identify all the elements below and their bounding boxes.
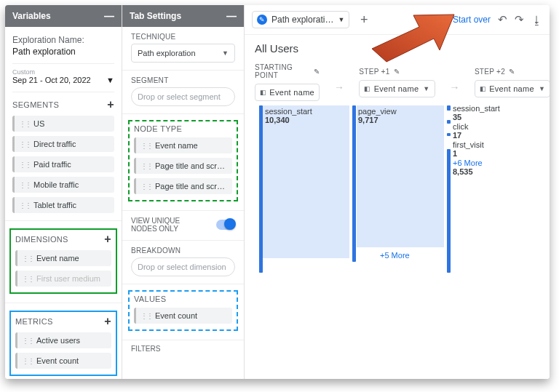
segment-chip[interactable]: ⋮⋮Mobile traffic xyxy=(12,177,114,193)
exploration-name-label: Exploration Name: xyxy=(12,34,114,46)
start-over-link[interactable]: Start over xyxy=(453,15,491,25)
show-more-link[interactable]: +6 More xyxy=(453,159,500,167)
node-name[interactable]: session_start xyxy=(265,107,312,116)
node-bar[interactable] xyxy=(259,105,263,273)
drag-icon: ⋮⋮ xyxy=(140,162,152,170)
flow-ribbon xyxy=(357,105,444,247)
main-canvas: ✎ Path explorati… ▼ + Start over ↶ ↷ ⭳ A… xyxy=(245,5,550,379)
download-button[interactable]: ⭳ xyxy=(531,14,542,26)
tab-name-label: Path explorati… xyxy=(271,15,333,25)
edit-icon[interactable]: ✎ xyxy=(509,68,515,76)
metric-chip[interactable]: ⋮⋮Active users xyxy=(15,332,111,348)
segment-drop-zone[interactable]: Drop or select segment xyxy=(131,87,235,106)
segment-chip[interactable]: ⋮⋮Direct traffic xyxy=(12,136,114,152)
drag-icon: ⋮⋮ xyxy=(19,120,31,128)
node-bar[interactable] xyxy=(447,120,451,124)
redo-button[interactable]: ↷ xyxy=(515,13,524,26)
chevron-down-icon: ▼ xyxy=(338,16,344,23)
segment-chip[interactable]: ⋮⋮Tablet traffic xyxy=(12,197,114,213)
step2-label: STEP +2 xyxy=(475,68,505,76)
chevron-down-icon: ▼ xyxy=(539,85,545,92)
node-count: 8,535 xyxy=(453,167,500,176)
flow-ribbon xyxy=(262,105,349,258)
add-metric-button[interactable]: + xyxy=(104,315,111,328)
values-highlight-box: VALUES ⋮⋮Event count xyxy=(128,290,238,331)
collapse-tab-settings-button[interactable]: — xyxy=(226,11,237,21)
drag-icon: ⋮⋮ xyxy=(22,275,33,283)
values-label: VALUES xyxy=(134,295,166,303)
segment-chip[interactable]: ⋮⋮Paid traffic xyxy=(12,156,114,172)
breakdown-label: BREAKDOWN xyxy=(122,241,244,257)
node-type-chip[interactable]: ⋮⋮Page title and scree… xyxy=(134,178,232,194)
add-dimension-button[interactable]: + xyxy=(104,233,111,246)
dimension-chip[interactable]: ⋮⋮Event name xyxy=(15,250,111,266)
drag-icon: ⋮⋮ xyxy=(19,181,31,189)
tab-settings-panel: Tab Settings — TECHNIQUE Path exploratio… xyxy=(122,5,245,379)
technique-select[interactable]: Path exploration ▼ xyxy=(131,44,235,63)
step1-value: Event name xyxy=(374,84,419,93)
step0-select[interactable]: ◧Event name xyxy=(255,84,320,101)
node-type-chip[interactable]: ⋮⋮Page title and scree… xyxy=(134,158,232,174)
undo-button[interactable]: ↶ xyxy=(498,13,507,26)
edit-icon[interactable]: ✎ xyxy=(314,68,320,76)
path-chart: session_start 10,340 page_view 9,717 +5 … xyxy=(255,105,542,324)
add-segment-button[interactable]: + xyxy=(107,98,114,111)
step0-value: Event name xyxy=(269,88,314,97)
edit-icon[interactable]: ✎ xyxy=(394,68,400,76)
exploration-tab[interactable]: ✎ Path explorati… ▼ xyxy=(252,11,349,28)
node-name[interactable]: click xyxy=(453,122,500,131)
variables-title: Variables xyxy=(12,11,51,21)
chevron-down-icon: ▼ xyxy=(423,85,429,92)
segment-section-label: SEGMENT xyxy=(122,71,244,87)
exploration-name-value[interactable]: Path exploration xyxy=(12,46,114,57)
drag-icon: ⋮⋮ xyxy=(22,255,33,263)
annotation-arrow xyxy=(368,5,456,63)
exploration-name-block: Exploration Name: Path exploration xyxy=(12,34,114,64)
metrics-label: METRICS xyxy=(15,317,53,326)
node-bar[interactable] xyxy=(447,133,451,136)
node-icon: ◧ xyxy=(260,89,266,96)
node-type-chip[interactable]: ⋮⋮Event name xyxy=(134,137,232,153)
node-bar[interactable] xyxy=(447,149,451,273)
show-more-link[interactable]: +5 More xyxy=(380,251,410,260)
dimensions-highlight-box: DIMENSIONS + ⋮⋮Event name ⋮⋮First user m… xyxy=(9,228,117,294)
unique-nodes-toggle[interactable] xyxy=(216,220,235,230)
node-name[interactable]: session_start xyxy=(453,104,500,113)
node-name[interactable]: page_view xyxy=(358,107,397,116)
node-bar[interactable] xyxy=(447,105,451,111)
node-icon: ◧ xyxy=(480,85,486,92)
drag-icon: ⋮⋮ xyxy=(19,161,31,169)
node-icon: ◧ xyxy=(364,85,370,92)
values-chip[interactable]: ⋮⋮Event count xyxy=(134,308,232,324)
node-count: 1 xyxy=(453,149,500,158)
collapse-variables-button[interactable]: — xyxy=(104,11,114,21)
node-bar[interactable] xyxy=(352,105,356,262)
breakdown-drop-zone[interactable]: Drop or select dimension xyxy=(131,257,235,276)
starting-point-label: STARTING POINT xyxy=(255,63,310,79)
filters-label: FILTERS xyxy=(122,340,244,357)
drag-icon: ⋮⋮ xyxy=(19,140,31,148)
metric-chip[interactable]: ⋮⋮Event count xyxy=(15,353,111,369)
edit-icon: ✎ xyxy=(257,15,267,25)
dimension-chip[interactable]: ⋮⋮First user medium xyxy=(15,271,111,287)
drag-icon: ⋮⋮ xyxy=(19,201,31,209)
node-type-label: NODE TYPE xyxy=(134,124,182,133)
date-range-picker[interactable]: Sep 21 - Oct 20, 2022 ▼ xyxy=(12,76,114,92)
step1-select[interactable]: ◧Event name▼ xyxy=(359,80,435,97)
arrow-icon: → xyxy=(450,71,460,93)
drag-icon: ⋮⋮ xyxy=(140,142,152,150)
node-name[interactable]: first_visit xyxy=(453,140,500,149)
node-count: 17 xyxy=(453,131,500,140)
step2-value: Event name xyxy=(489,84,534,93)
step2-select[interactable]: ◧Event name▼ xyxy=(475,80,550,97)
variables-panel: Variables — Exploration Name: Path explo… xyxy=(5,5,122,379)
technique-label: TECHNIQUE xyxy=(122,27,244,44)
segment-chip[interactable]: ⋮⋮US xyxy=(12,116,114,132)
arrow-icon: → xyxy=(334,71,344,93)
node-count: 9,717 xyxy=(358,116,397,124)
metrics-highlight-box: METRICS + ⋮⋮Active users ⋮⋮Event count xyxy=(9,311,117,376)
node-count: 10,340 xyxy=(265,116,312,124)
unique-nodes-label: VIEW UNIQUE NODES ONLY xyxy=(131,217,204,233)
tab-settings-title: Tab Settings xyxy=(130,11,181,21)
step1-label: STEP +1 xyxy=(359,68,389,76)
